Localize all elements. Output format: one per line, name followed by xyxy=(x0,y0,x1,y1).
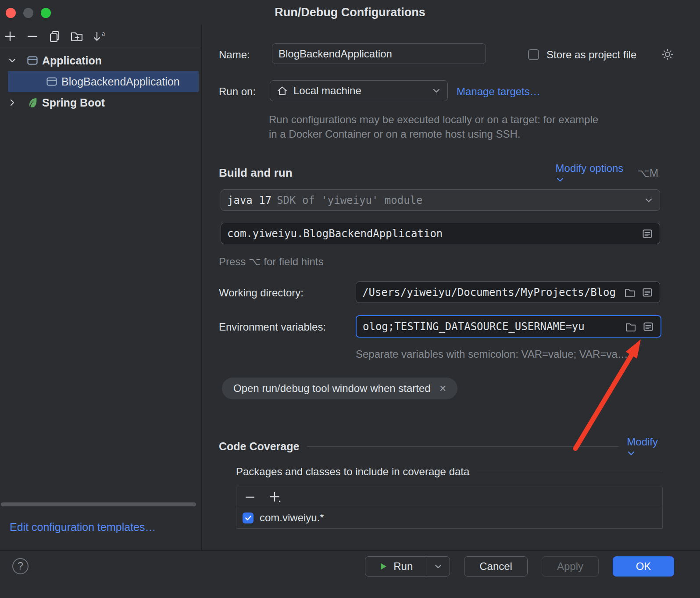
sidebar-toolbar: a xyxy=(0,25,201,48)
code-coverage-header: Code Coverage Modify xyxy=(219,436,661,458)
name-label: Name: xyxy=(219,49,250,61)
close-icon[interactable]: × xyxy=(439,383,446,395)
coverage-packages-header: Packages and classes to include in cover… xyxy=(236,466,663,478)
main-class-field[interactable] xyxy=(221,223,660,244)
titlebar: Run/Debug Configurations xyxy=(0,0,700,25)
chevron-down-icon xyxy=(627,449,661,458)
run-on-help-text: Run configurations may be executed local… xyxy=(269,112,600,141)
chevron-down-icon xyxy=(556,175,626,184)
tree-item-label: Application xyxy=(42,54,102,67)
folder-icon[interactable] xyxy=(624,286,636,299)
coverage-package-row[interactable]: com.viweiyu.* xyxy=(236,507,662,528)
store-as-project-file-checkbox[interactable] xyxy=(528,49,539,60)
environment-variables-input[interactable] xyxy=(363,320,619,333)
package-checkbox-checked[interactable] xyxy=(243,513,254,523)
tree-item-label: Spring Boot xyxy=(42,96,105,109)
name-input[interactable] xyxy=(279,48,479,60)
jdk-detail: SDK of 'yiweiyu' module xyxy=(277,194,422,206)
run-debug-configurations-dialog: Run/Debug Configurations a xyxy=(0,0,700,598)
chip-label: Open run/debug tool window when started xyxy=(233,382,431,395)
run-on-value: Local machine xyxy=(293,85,426,97)
local-machine-icon xyxy=(276,85,288,97)
run-button[interactable]: Run xyxy=(365,557,426,576)
run-play-icon xyxy=(379,562,388,571)
chevron-down-icon xyxy=(432,86,441,96)
main-class-input[interactable] xyxy=(227,228,636,240)
add-package-icon[interactable] xyxy=(268,490,283,505)
footer-buttons: Run Cancel Apply OK xyxy=(365,556,674,577)
edit-configuration-templates-link[interactable]: Edit configuration templates… xyxy=(10,521,156,534)
divider xyxy=(307,446,619,447)
jdk-version: java 17 xyxy=(227,194,271,206)
new-folder-icon[interactable] xyxy=(70,29,85,44)
add-configuration-icon[interactable] xyxy=(3,29,18,44)
store-as-project-file-label[interactable]: Store as project file xyxy=(546,49,636,61)
expand-field-icon[interactable] xyxy=(641,228,654,240)
run-options-dropdown[interactable] xyxy=(426,557,450,576)
configurations-sidebar: a Application BlogBackendApplication xyxy=(0,25,202,550)
package-pattern-label: com.viweiyu.* xyxy=(260,512,324,524)
help-button[interactable]: ? xyxy=(12,558,29,574)
configurations-tree: Application BlogBackendApplication Sprin… xyxy=(0,50,201,113)
open-run-tool-window-chip: Open run/debug tool window when started … xyxy=(222,377,457,399)
copy-configuration-icon[interactable] xyxy=(47,29,62,44)
tree-group-application[interactable]: Application xyxy=(0,50,201,71)
build-and-run-header: Build and run Modify options ⌥M xyxy=(219,162,658,184)
remove-configuration-icon[interactable] xyxy=(25,29,40,44)
environment-variables-label: Environment variables: xyxy=(219,321,326,333)
svg-text:a: a xyxy=(102,30,105,37)
working-directory-label: Working directory: xyxy=(219,287,304,299)
chevron-down-icon[interactable] xyxy=(6,54,18,67)
environment-variables-hint: Separate variables with semicolon: VAR=v… xyxy=(356,348,660,360)
working-directory-field[interactable] xyxy=(356,281,660,303)
environment-variables-field[interactable] xyxy=(356,315,661,338)
sort-configurations-icon[interactable]: a xyxy=(92,29,107,44)
run-on-select[interactable]: Local machine xyxy=(270,80,448,101)
build-and-run-title: Build and run xyxy=(219,166,293,180)
jdk-select[interactable]: java 17 SDK of 'yiweiyu' module xyxy=(221,189,660,211)
expand-field-icon[interactable] xyxy=(641,286,654,299)
help-icon: ? xyxy=(18,560,23,572)
sidebar-horizontal-scrollbar[interactable] xyxy=(1,502,196,506)
coverage-packages-label: Packages and classes to include in cover… xyxy=(236,466,469,478)
dialog-footer: ? Run Cancel Apply OK xyxy=(0,550,700,598)
configuration-editor: Name: Store as project file Run on: Loca… xyxy=(203,25,700,550)
ok-button[interactable]: OK xyxy=(613,556,674,577)
run-split-button: Run xyxy=(365,556,450,577)
application-run-config-icon xyxy=(26,54,39,67)
cancel-button[interactable]: Cancel xyxy=(464,556,528,577)
name-field[interactable] xyxy=(272,43,486,64)
gear-icon[interactable] xyxy=(661,47,675,61)
apply-button[interactable]: Apply xyxy=(542,556,599,577)
coverage-table-toolbar xyxy=(236,487,662,507)
manage-targets-link[interactable]: Manage targets… xyxy=(457,85,540,98)
application-run-config-icon xyxy=(46,75,58,88)
dialog-title: Run/Debug Configurations xyxy=(0,6,700,19)
field-hints-text: Press ⌥ for field hints xyxy=(219,256,323,268)
run-button-label: Run xyxy=(393,560,413,573)
spring-boot-icon xyxy=(26,96,39,109)
modify-options-shortcut: ⌥M xyxy=(637,167,658,179)
tree-item-label: BlogBackendApplication xyxy=(61,75,180,88)
coverage-packages-table: com.viweiyu.* xyxy=(236,487,663,529)
coverage-modify-link[interactable]: Modify xyxy=(627,436,661,458)
working-directory-input[interactable] xyxy=(362,286,618,299)
run-on-label: Run on: xyxy=(219,85,256,98)
expand-field-icon[interactable] xyxy=(642,320,654,333)
code-coverage-title: Code Coverage xyxy=(219,440,299,453)
chevron-right-icon[interactable] xyxy=(6,96,18,109)
chevron-down-icon xyxy=(644,196,654,205)
modify-options-link[interactable]: Modify options xyxy=(556,162,626,184)
tree-item-blogbackendapplication[interactable]: BlogBackendApplication xyxy=(8,71,199,92)
remove-package-icon[interactable] xyxy=(243,490,257,505)
folder-icon[interactable] xyxy=(625,320,637,333)
divider xyxy=(477,472,663,472)
tree-group-spring-boot[interactable]: Spring Boot xyxy=(0,92,201,113)
